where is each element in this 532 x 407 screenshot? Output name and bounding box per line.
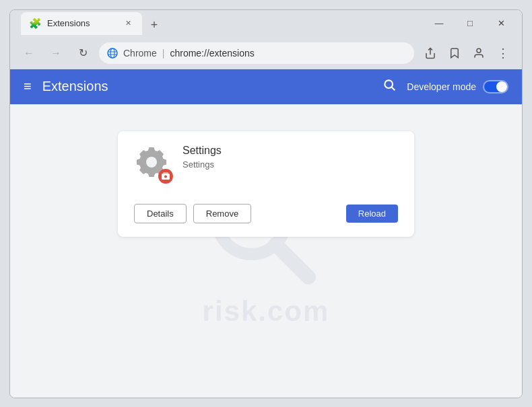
- svg-line-7: [275, 244, 308, 277]
- address-separator: |: [162, 48, 165, 59]
- site-security-icon: [107, 48, 118, 59]
- remove-button[interactable]: Remove: [193, 204, 251, 223]
- nav-bar: ← → ↻ Chrome | chrome://extensions: [10, 37, 522, 69]
- extension-info: Settings Settings: [182, 145, 398, 170]
- developer-mode-label: Developer mode: [407, 81, 476, 92]
- hamburger-menu-button[interactable]: ≡: [24, 79, 32, 94]
- more-options-button[interactable]: ⋮: [492, 42, 514, 64]
- svg-point-0: [108, 48, 117, 58]
- new-tab-button[interactable]: +: [145, 16, 164, 35]
- address-bar[interactable]: Chrome | chrome://extensions: [99, 42, 414, 64]
- window-controls: — □ ✕: [424, 13, 517, 34]
- tab-close-button[interactable]: ✕: [122, 17, 134, 30]
- main-content: risk.com: [10, 104, 522, 398]
- title-bar: 🧩 Extensions ✕ + — □ ✕: [10, 10, 522, 37]
- address-domain: Chrome: [123, 48, 157, 59]
- close-button[interactable]: ✕: [486, 13, 517, 34]
- extension-description: Settings: [182, 159, 398, 170]
- tab-strip: 🧩 Extensions ✕ +: [15, 12, 424, 35]
- svg-point-1: [110, 48, 114, 58]
- extension-card: Settings Settings Details Remove Reload: [118, 131, 414, 237]
- active-tab[interactable]: 🧩 Extensions ✕: [21, 12, 142, 35]
- back-button[interactable]: ←: [18, 42, 40, 64]
- extensions-search-button[interactable]: [383, 78, 396, 95]
- reload-page-button[interactable]: ↻: [72, 42, 94, 64]
- tab-title: Extensions: [47, 18, 117, 28]
- watermark-text: risk.com: [203, 295, 330, 328]
- card-top: Settings Settings: [134, 145, 398, 182]
- card-actions: Details Remove Reload: [134, 204, 398, 223]
- svg-point-4: [385, 80, 393, 88]
- tab-favicon: 🧩: [29, 17, 42, 30]
- profile-button[interactable]: [468, 42, 490, 64]
- extension-name: Settings: [182, 145, 398, 157]
- svg-point-10: [164, 175, 167, 178]
- details-button[interactable]: Details: [134, 204, 187, 223]
- extension-badge-icon: [158, 169, 173, 184]
- nav-actions: ⋮: [420, 42, 514, 64]
- extensions-title: Extensions: [42, 79, 383, 94]
- minimize-button[interactable]: —: [424, 13, 455, 34]
- svg-line-5: [392, 87, 395, 91]
- extension-icon-wrapper: [134, 145, 172, 182]
- extensions-header: ≡ Extensions Developer mode: [10, 69, 522, 104]
- bookmark-button[interactable]: [444, 42, 465, 64]
- toggle-knob: [496, 81, 507, 92]
- svg-rect-9: [163, 172, 168, 176]
- developer-mode-toggle[interactable]: [483, 80, 508, 94]
- maximize-button[interactable]: □: [455, 13, 486, 34]
- reload-button[interactable]: Reload: [346, 205, 398, 223]
- share-button[interactable]: [420, 42, 441, 64]
- browser-window: 🧩 Extensions ✕ + — □ ✕ ← → ↻ Chrome |: [9, 9, 523, 398]
- address-path: chrome://extensions: [170, 48, 254, 59]
- forward-button[interactable]: →: [45, 42, 67, 64]
